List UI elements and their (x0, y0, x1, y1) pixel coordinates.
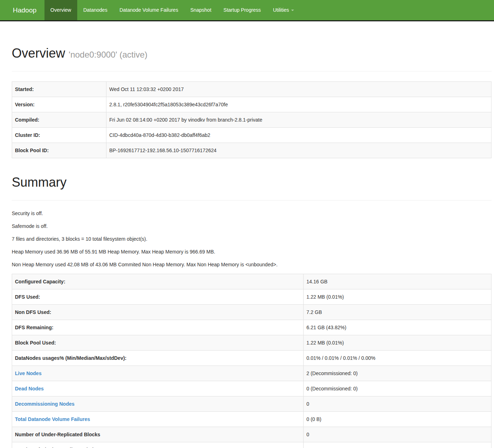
caret-down-icon (291, 10, 294, 11)
table-row: Block Pool ID:BP-1692617712-192.168.56.1… (12, 143, 492, 158)
table-row: Non DFS Used:7.2 GB (12, 305, 492, 320)
row-label: Decommissioning Nodes (12, 396, 304, 412)
row-label: Compiled: (12, 112, 106, 128)
table-row: Number of Under-Replicated Blocks0 (12, 427, 492, 442)
table-row: DataNodes usages% (Min/Median/Max/stdDev… (12, 351, 492, 366)
row-label: Version: (12, 97, 106, 112)
table-row: Block Pool Used:1.22 MB (0.01%) (12, 335, 492, 351)
row-label: DataNodes usages% (Min/Median/Max/stdDev… (12, 351, 304, 366)
summary-paragraph: Security is off. (12, 210, 492, 217)
page-content: Overview 'node0:9000' (active) Started:W… (0, 46, 494, 448)
row-value: 0.01% / 0.01% / 0.01% / 0.00% (304, 351, 492, 366)
decommissioning-nodes-link[interactable]: Decommissioning Nodes (15, 401, 74, 407)
row-label: DFS Used: (12, 289, 304, 305)
row-value: 7.2 GB (304, 305, 492, 320)
nav-item-label: Datanodes (83, 7, 107, 13)
row-label: Total Datanode Volume Failures (12, 412, 304, 427)
table-row: Live Nodes2 (Decommissioned: 0) (12, 366, 492, 381)
table-row: Started:Wed Oct 11 12:03:32 +0200 2017 (12, 82, 492, 97)
nav-item-label: Overview (51, 7, 71, 13)
row-value: 0 (304, 396, 492, 412)
total-datanode-volume-failures-link[interactable]: Total Datanode Volume Failures (15, 416, 90, 422)
summary-paragraph: Non Heap Memory used 42.08 MB of 43.06 M… (12, 261, 492, 268)
nav-item-utilities[interactable]: Utilities (267, 0, 300, 20)
summary-title: Summary (12, 175, 492, 190)
table-row: Decommissioning Nodes0 (12, 396, 492, 412)
table-row: Cluster ID:CID-4dbcd40a-870d-4d30-b382-d… (12, 128, 492, 143)
nav-item-label: Datanode Volume Failures (120, 7, 178, 13)
nav-item-label: Startup Progress (224, 7, 261, 13)
live-nodes-link[interactable]: Live Nodes (15, 370, 42, 376)
summary-paragraph: Safemode is off. (12, 223, 492, 230)
nav-item-startup-progress[interactable]: Startup Progress (217, 0, 267, 20)
table-row: DFS Remaining:6.21 GB (43.82%) (12, 320, 492, 335)
row-value: 0 (304, 427, 492, 442)
table-row: Compiled:Fri Jun 02 08:14:00 +0200 2017 … (12, 112, 492, 128)
nav-item-label: Snapshot (190, 7, 211, 13)
overview-header: Overview 'node0:9000' (active) (12, 46, 492, 71)
row-value: 1.22 MB (0.01%) (304, 289, 492, 305)
nav-item-label: Utilities (273, 7, 289, 13)
summary-paragraphs: Security is off.Safemode is off.7 files … (12, 210, 492, 268)
row-label: Cluster ID: (12, 128, 106, 143)
page-title-text: Overview (12, 46, 65, 60)
row-label: Number of Blocks Pending Deletion (12, 442, 304, 448)
nav-item-overview[interactable]: Overview (44, 0, 77, 20)
row-value: 2 (Decommissioned: 0) (304, 366, 492, 381)
page-subtitle: 'node0:9000' (active) (69, 50, 147, 59)
dead-nodes-link[interactable]: Dead Nodes (15, 386, 44, 391)
table-row: Total Datanode Volume Failures0 (0 B) (12, 412, 492, 427)
brand-hadoop[interactable]: Hadoop (7, 0, 42, 20)
table-row: DFS Used:1.22 MB (0.01%) (12, 289, 492, 305)
row-value: Fri Jun 02 08:14:00 +0200 2017 by vinodk… (106, 112, 492, 128)
row-value: 0 (0 B) (304, 412, 492, 427)
row-value: CID-4dbcd40a-870d-4d30-b382-db0aff4f6ab2 (106, 128, 492, 143)
row-value: 0 (Decommissioned: 0) (304, 381, 492, 396)
row-value: 1.22 MB (0.01%) (304, 335, 492, 351)
row-label: Block Pool Used: (12, 335, 304, 351)
row-value: 2.8.1, r20fe5304904fc2f5a18053c389e43cd2… (106, 97, 492, 112)
row-value: 0 (304, 442, 492, 448)
table-row: Configured Capacity:14.16 GB (12, 274, 492, 289)
table-row: Number of Blocks Pending Deletion0 (12, 442, 492, 448)
row-label: Block Pool ID: (12, 143, 106, 158)
row-label: Number of Under-Replicated Blocks (12, 427, 304, 442)
row-label: Live Nodes (12, 366, 304, 381)
row-value: 14.16 GB (304, 274, 492, 289)
summary-table: Configured Capacity:14.16 GBDFS Used:1.2… (12, 274, 492, 448)
row-label: Started: (12, 82, 106, 97)
row-label: Non DFS Used: (12, 305, 304, 320)
navbar: Hadoop OverviewDatanodesDatanode Volume … (0, 0, 494, 21)
row-label: Configured Capacity: (12, 274, 304, 289)
nav-items: OverviewDatanodesDatanode Volume Failure… (44, 0, 300, 20)
summary-paragraph: 7 files and directories, 3 blocks = 10 t… (12, 235, 492, 242)
summary-header: Summary (12, 175, 492, 201)
overview-info-table: Started:Wed Oct 11 12:03:32 +0200 2017Ve… (12, 81, 492, 158)
row-value: BP-1692617712-192.168.56.10-150771617262… (106, 143, 492, 158)
table-row: Dead Nodes0 (Decommissioned: 0) (12, 381, 492, 396)
row-value: 6.21 GB (43.82%) (304, 320, 492, 335)
table-row: Version:2.8.1, r20fe5304904fc2f5a18053c3… (12, 97, 492, 112)
row-label: DFS Remaining: (12, 320, 304, 335)
row-value: Wed Oct 11 12:03:32 +0200 2017 (106, 82, 492, 97)
nav-item-datanodes[interactable]: Datanodes (77, 0, 114, 20)
nav-item-datanode-volume-failures[interactable]: Datanode Volume Failures (114, 0, 184, 20)
row-label: Dead Nodes (12, 381, 304, 396)
page-title: Overview 'node0:9000' (active) (12, 46, 492, 62)
nav-item-snapshot[interactable]: Snapshot (184, 0, 217, 20)
summary-paragraph: Heap Memory used 36.96 MB of 55.91 MB He… (12, 248, 492, 255)
